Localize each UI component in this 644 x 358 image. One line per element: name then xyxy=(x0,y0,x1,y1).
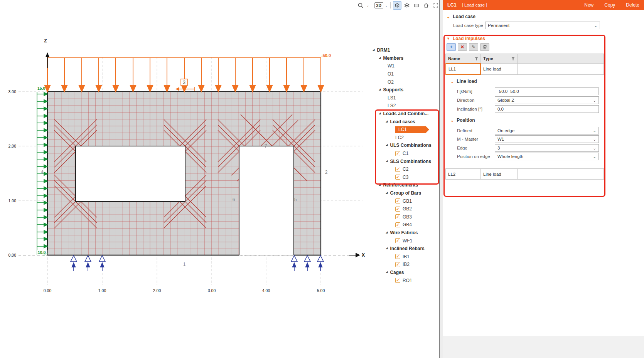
tree-node-c1[interactable]: ✓C1 xyxy=(370,150,439,158)
tree-node-o1[interactable]: O1 xyxy=(370,70,439,78)
tree-node-sls-combinations[interactable]: ◢SLS Combinations xyxy=(370,157,439,165)
tree-node-ib1[interactable]: ✓IB1 xyxy=(370,252,439,261)
expander-icon[interactable]: ◢ xyxy=(386,191,388,194)
top-line-load[interactable] xyxy=(45,58,324,92)
views-button[interactable] xyxy=(403,1,411,10)
column-header-type[interactable]: Type xyxy=(480,54,518,64)
tree-node-label: RO1 xyxy=(403,278,412,283)
tree-node-ls1[interactable]: LS1 xyxy=(370,94,439,102)
axonometry-button[interactable] xyxy=(393,1,401,10)
expander-icon[interactable]: ◢ xyxy=(379,112,381,115)
trash-button[interactable] xyxy=(480,43,489,51)
tree-node-drm1[interactable]: ◢DRM1 xyxy=(370,46,439,54)
expander-icon[interactable]: ◢ xyxy=(386,247,388,250)
chevron-down-icon[interactable]: ⌄ xyxy=(385,3,388,7)
checkbox-checked-icon[interactable]: ✓ xyxy=(395,214,400,219)
expander-icon[interactable]: ◢ xyxy=(386,231,388,234)
load-impulse-name-cell[interactable]: LL2 xyxy=(445,168,481,180)
tree-node-wire-fabrics[interactable]: ◢Wire Fabrics xyxy=(370,229,439,237)
tree-node-uls-combinations[interactable]: ◢ULS Combinations xyxy=(370,141,439,150)
inclination-input[interactable]: 0.0 xyxy=(495,105,599,113)
tree-node-ls2[interactable]: LS2 xyxy=(370,102,439,110)
tree-node-label: Load cases xyxy=(390,119,415,124)
expander-icon[interactable]: ◢ xyxy=(386,120,388,123)
checkbox-checked-icon[interactable]: ✓ xyxy=(395,222,400,227)
tree-node-group-of-bars[interactable]: ◢Group of Bars xyxy=(370,189,439,197)
door-opening[interactable] xyxy=(239,146,294,255)
tree-node-ro1[interactable]: ✓RO1 xyxy=(370,276,439,284)
tree-node-gb1[interactable]: ✓GB1 xyxy=(370,197,439,205)
checkbox-checked-icon[interactable]: ✓ xyxy=(395,278,400,283)
tree-node-c2[interactable]: ✓C2 xyxy=(370,165,439,173)
tree-node-reinforcements[interactable]: ◢Reinforcements xyxy=(370,181,439,189)
load-impulse-type-cell[interactable]: Line load xyxy=(480,168,518,180)
edge-select[interactable]: 3 ⌄ xyxy=(495,144,599,152)
load-impulse-type-cell[interactable]: Line load xyxy=(480,63,518,75)
tree-node-wf1[interactable]: ✓WF1 xyxy=(370,237,439,245)
checkbox-checked-icon[interactable]: ✓ xyxy=(395,238,400,243)
checkbox-checked-icon[interactable]: ✓ xyxy=(395,198,400,203)
tree-node-gb3[interactable]: ✓GB3 xyxy=(370,213,439,221)
svg-text:1: 1 xyxy=(183,262,186,267)
clipping-button[interactable] xyxy=(412,1,421,10)
tree-node-lc1[interactable]: LC1 xyxy=(370,126,439,134)
checkbox-checked-icon[interactable]: ✓ xyxy=(395,254,400,259)
expander-icon[interactable]: ◢ xyxy=(379,88,381,91)
checkbox-checked-icon[interactable]: ✓ xyxy=(395,207,400,212)
tree-node-gb4[interactable]: ✓GB4 xyxy=(370,221,439,229)
view-2d-button[interactable]: 2D xyxy=(374,2,383,8)
selected-load-case-flag[interactable]: LC1 xyxy=(395,126,429,133)
load-case-type-select[interactable]: Permanent ⌄ xyxy=(485,22,600,29)
new-button[interactable]: New xyxy=(584,2,593,8)
expander-icon[interactable]: ◢ xyxy=(379,183,381,186)
tree-node-members[interactable]: ◢Members xyxy=(370,54,439,62)
load-impulse-name-cell[interactable]: LL1 xyxy=(445,63,481,75)
filter-icon[interactable] xyxy=(511,57,515,61)
tree-node-gb2[interactable]: ✓GB2 xyxy=(370,205,439,213)
window-opening[interactable] xyxy=(76,146,185,202)
checkbox-checked-icon[interactable]: ✓ xyxy=(395,175,400,180)
expander-icon[interactable]: ◢ xyxy=(386,160,388,163)
checkbox-checked-icon[interactable]: ✓ xyxy=(395,167,400,172)
chevron-down-icon[interactable]: ⌄ xyxy=(366,3,369,7)
tree-node-load-cases[interactable]: ◢Load cases xyxy=(370,118,439,126)
edit-button[interactable]: ✎ xyxy=(469,43,478,51)
remove-button[interactable]: ✕ xyxy=(458,43,467,51)
tree-node-inclined-rebars[interactable]: ◢Inclined Rebars xyxy=(370,245,439,253)
tree-node-w1[interactable]: W1 xyxy=(370,62,439,70)
zoom-button[interactable] xyxy=(356,1,365,10)
expander-icon[interactable]: ◢ xyxy=(386,143,388,146)
tree-node-cages[interactable]: ◢Cages xyxy=(370,269,439,277)
position-on-edge-select[interactable]: Whole length ⌄ xyxy=(495,153,599,160)
input-value: -50.0 -50.0 xyxy=(497,89,596,94)
tree-node-o2[interactable]: O2 xyxy=(370,78,439,86)
expander-icon[interactable]: ◢ xyxy=(386,271,388,274)
tree-node-lc2[interactable]: LC2 xyxy=(370,134,439,142)
checkbox-checked-icon[interactable]: ✓ xyxy=(395,151,400,156)
tree-node-loads-and-combinations[interactable]: ◢Loads and Combin... xyxy=(370,110,439,118)
tree-node-ib2[interactable]: ✓IB2 xyxy=(370,261,439,269)
expander-icon[interactable]: ◢ xyxy=(373,48,374,51)
svg-text:Z: Z xyxy=(44,38,47,44)
delete-button[interactable]: Delete xyxy=(626,2,639,8)
copy-button[interactable]: Copy xyxy=(604,2,615,8)
load-impulses-section-header[interactable]: ▼ Load impulses xyxy=(447,36,485,41)
f-input[interactable]: -50.0 -50.0 xyxy=(495,87,599,95)
panel-footer xyxy=(443,336,644,358)
column-header-name[interactable]: Name xyxy=(445,54,481,64)
line-load-section-header[interactable]: ⌄ Line load xyxy=(450,79,477,84)
load-case-section-header[interactable]: ⌄ Load case xyxy=(447,14,475,19)
add-button[interactable]: + xyxy=(447,43,456,51)
tree-node-supports[interactable]: ◢Supports xyxy=(370,86,439,94)
supports[interactable] xyxy=(71,255,324,271)
home-button[interactable] xyxy=(422,1,430,10)
master-select[interactable]: W1 ⌄ xyxy=(495,135,599,143)
panel-splitter[interactable] xyxy=(439,0,443,358)
direction-select[interactable]: Global Z ⌄ xyxy=(495,96,599,104)
position-section-header[interactable]: ⌄ Position xyxy=(450,118,475,123)
tree-node-c3[interactable]: ✓C3 xyxy=(370,173,439,182)
defined-select[interactable]: On edge ⌄ xyxy=(495,127,599,134)
checkbox-checked-icon[interactable]: ✓ xyxy=(395,262,400,267)
expander-icon[interactable]: ◢ xyxy=(379,56,381,59)
filter-icon[interactable] xyxy=(475,57,478,61)
